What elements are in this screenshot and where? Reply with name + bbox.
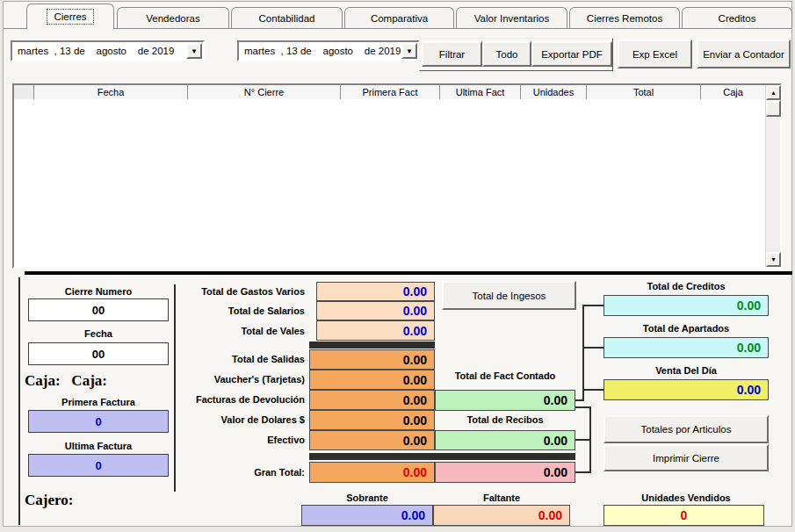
connector-line <box>575 439 589 441</box>
date-from-combo[interactable]: martes , 13 de agosto de 2019 ▼ <box>11 40 205 61</box>
connector-line <box>582 389 603 391</box>
date-from-value: martes , 13 de agosto de 2019 <box>12 42 185 60</box>
cajero-label: Cajero: <box>25 492 73 509</box>
connector-line <box>582 347 603 349</box>
unidades-vendidos-label: Unidades Vendidos <box>603 492 769 504</box>
horizontal-separator <box>25 271 792 275</box>
total-ingresos-button[interactable]: Total de Ingesos <box>442 281 576 310</box>
tab-comparativa-label: Comparativa <box>371 13 428 24</box>
vales-label: Total de Vales <box>141 326 305 337</box>
gastos-varios-value: 0.00 <box>316 282 435 301</box>
devolucion-value: 0.00 <box>309 390 435 410</box>
vauchers-label: Vaucher's (Tarjetas) <box>141 374 305 385</box>
chevron-down-icon: ▼ <box>406 47 413 55</box>
sobrante-value: 0.00 <box>301 505 433 526</box>
faltante-label: Faltante <box>433 492 570 504</box>
connector-line <box>575 406 589 408</box>
apartados-value: 0.00 <box>603 337 769 358</box>
tab-vendedoras[interactable]: Vendedoras <box>117 7 229 28</box>
devolucion-label: Facturas de Devolución <box>141 394 305 406</box>
dolares-value: 0.00 <box>309 410 435 430</box>
fact-contado-value: 0.00 <box>435 390 575 411</box>
efectivo-label: Efectivo <box>141 435 305 446</box>
recibos-diferencia-value: 0.00 <box>435 462 575 483</box>
scrollbar-thumb[interactable] <box>766 100 781 117</box>
table-body-empty <box>14 99 765 267</box>
tab-cierres-remotos[interactable]: Cierres Remotos <box>569 7 680 28</box>
tab-contabilidad-label: Contabilidad <box>259 13 315 24</box>
arrow-down-icon: ▼ <box>770 256 777 262</box>
unidades-vendidos-value: 0 <box>603 505 764 526</box>
tab-valor-inventarios[interactable]: Valor Inventarios <box>456 7 567 28</box>
tab-creditos[interactable]: Creditos <box>682 7 792 28</box>
todo-button[interactable]: Todo <box>482 41 531 67</box>
tab-vendedoras-label: Vendedoras <box>146 13 199 24</box>
gran-total-separator-bar <box>309 453 575 460</box>
filtrar-button[interactable]: Filtrar <box>422 41 482 67</box>
tab-cierres[interactable]: Cierres <box>26 4 114 29</box>
dolares-label: Valor de Dolares $ <box>141 414 305 426</box>
tab-contabilidad[interactable]: Contabilidad <box>231 7 343 28</box>
recibos-value: 0.00 <box>435 430 575 450</box>
salarios-label: Total de Salarios <box>141 306 305 317</box>
connector-line <box>575 399 584 401</box>
table-header-selector <box>14 85 34 99</box>
vertical-scrollbar[interactable]: ▲ ▼ <box>765 85 780 267</box>
vales-value: 0.00 <box>316 320 435 341</box>
gran-total-label: Gran Total: <box>141 467 305 478</box>
connector-line <box>582 305 603 306</box>
date-from-dropdown-button[interactable]: ▼ <box>186 43 202 59</box>
table-header-ncierre[interactable]: N° Cierre <box>188 85 341 99</box>
caja-label: Caja: Caja: <box>25 372 107 390</box>
fact-contado-label: Total de Fact Contado <box>435 370 575 382</box>
table-header-total[interactable]: Total <box>587 85 701 99</box>
scrollbar-down-button[interactable]: ▼ <box>766 252 781 267</box>
venta-dia-label: Venta Del Día <box>603 365 769 377</box>
gran-total-value: 0.00 <box>309 462 435 483</box>
apartados-label: Total de Apartados <box>603 323 769 334</box>
tab-cierres-remotos-label: Cierres Remotos <box>587 13 662 24</box>
creditos-label: Total de Creditos <box>603 281 769 292</box>
table-header-caja[interactable]: Caja <box>701 85 765 99</box>
creditos-value: 0.00 <box>603 295 769 316</box>
tab-comparativa[interactable]: Comparativa <box>344 7 454 28</box>
chevron-down-icon: ▼ <box>191 47 198 55</box>
date-to-value: martes , 13 de agosto de 2019 <box>239 42 401 60</box>
cierres-table: Fecha N° Cierre Primera Fact Ultima Fact… <box>12 83 782 269</box>
tab-creditos-label: Creditos <box>719 13 756 24</box>
exportar-pdf-button[interactable]: Exportar PDF <box>531 41 612 67</box>
salarios-value: 0.00 <box>316 301 435 320</box>
app-window: Cierres Vendedoras Contabilidad Comparat… <box>0 0 795 532</box>
table-header-fecha[interactable]: Fecha <box>34 85 188 99</box>
vauchers-value: 0.00 <box>309 370 435 390</box>
connector-line <box>582 305 584 401</box>
connector-line <box>589 406 591 473</box>
imprimir-cierre-button[interactable]: Imprimir Cierre <box>603 444 769 471</box>
faltante-value: 0.00 <box>433 505 570 526</box>
table-header-ultima-fact[interactable]: Ultima Fact <box>440 85 521 99</box>
scrollbar-up-button[interactable]: ▲ <box>766 85 781 100</box>
gastos-varios-label: Total de Gastos Varios <box>141 286 305 298</box>
connector-line <box>575 471 591 473</box>
recibos-label: Total de Recibos <box>435 414 575 426</box>
date-to-dropdown-button[interactable]: ▼ <box>401 43 417 59</box>
tabstrip-baseline <box>4 28 791 29</box>
table-header-unidades[interactable]: Unidades <box>521 85 587 99</box>
sobrante-label: Sobrante <box>301 492 433 504</box>
table-header-primera-fact[interactable]: Primera Fact <box>341 85 440 99</box>
salidas-label: Total de Salidas <box>141 354 305 365</box>
table-header-row: Fecha N° Cierre Primera Fact Ultima Fact… <box>14 85 765 99</box>
date-to-combo[interactable]: martes , 13 de agosto de 2019 ▼ <box>237 40 420 61</box>
tab-valor-inventarios-label: Valor Inventarios <box>474 13 549 24</box>
enviar-contador-button[interactable]: Enviar a Contador <box>697 40 791 68</box>
left-vertical-separator <box>18 277 20 525</box>
salidas-value: 0.00 <box>309 349 435 370</box>
efectivo-value: 0.00 <box>309 430 435 450</box>
tab-cierres-label: Cierres <box>47 10 92 24</box>
venta-dia-value: 0.00 <box>603 379 769 400</box>
totales-articulos-button[interactable]: Totales por Articulos <box>603 415 769 443</box>
salidas-separator-bar <box>309 341 435 349</box>
exp-excel-button[interactable]: Exp Excel <box>618 40 692 68</box>
arrow-up-icon: ▲ <box>770 90 777 96</box>
